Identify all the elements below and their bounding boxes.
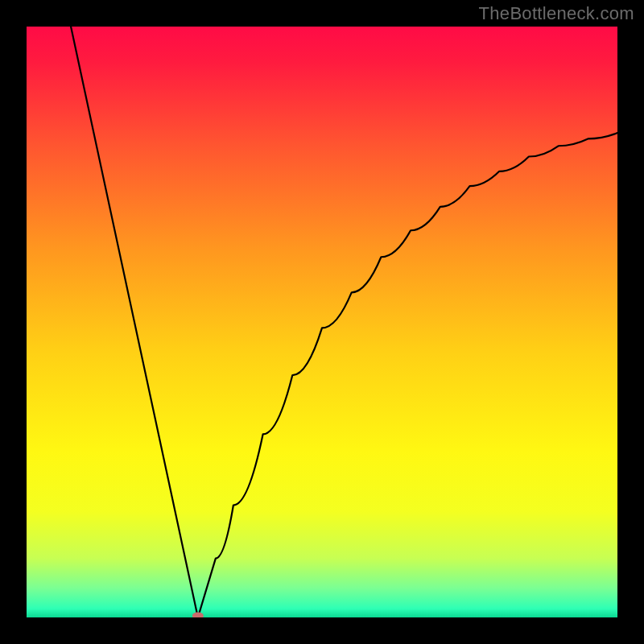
bottleneck-chart bbox=[27, 27, 617, 617]
chart-container: TheBottleneck.com bbox=[0, 0, 644, 644]
plot-area bbox=[27, 27, 617, 617]
watermark-text: TheBottleneck.com bbox=[479, 3, 634, 24]
gradient-background bbox=[27, 27, 617, 617]
